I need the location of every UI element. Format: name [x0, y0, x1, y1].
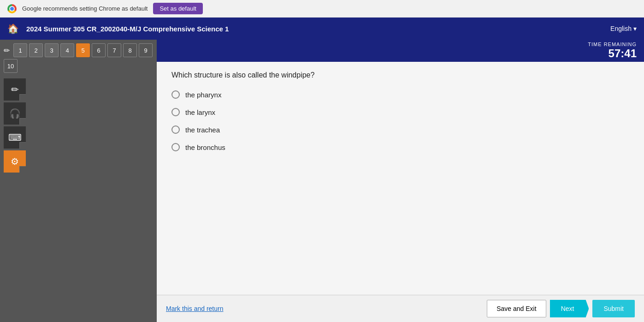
headphones-icon: 🎧 [9, 108, 21, 119]
radio-c[interactable] [171, 125, 180, 134]
timer-area: TIME REMAINING 57:41 [157, 40, 644, 62]
chrome-logo-icon [7, 4, 17, 13]
question-text: Which structure is also called the windp… [171, 71, 629, 79]
answer-option-a[interactable]: the pharynx [171, 90, 629, 99]
set-as-default-button[interactable]: Set as default [153, 3, 203, 14]
chrome-bar: Google recommends setting Chrome as defa… [0, 0, 644, 18]
submit-button[interactable]: Submit [592, 300, 635, 317]
nav-bar: 🏠 2024 Summer 305 CR_2002040-M/J Compreh… [0, 18, 644, 40]
question-content: Which structure is also called the windp… [157, 62, 644, 295]
radio-d[interactable] [171, 143, 180, 151]
question-number-2[interactable]: 2 [29, 43, 43, 57]
audio-tool[interactable]: 🎧 [4, 102, 26, 125]
question-number-5[interactable]: 5 [76, 43, 90, 57]
answer-label-b: the larynx [185, 108, 215, 116]
question-number-6[interactable]: 6 [92, 43, 106, 57]
answer-option-c[interactable]: the trachea [171, 125, 629, 134]
language-label: English [610, 25, 632, 32]
tool-badge [19, 118, 26, 125]
settings-tool[interactable]: ⚙ [4, 150, 26, 173]
main-area: ✏ 1 2 3 4 5 6 7 8 9 10 ✏ 🎧 ⌨ [0, 40, 644, 322]
footer-bar: Mark this and return Save and Exit Next … [157, 295, 644, 322]
save-exit-button[interactable]: Save and Exit [487, 300, 546, 317]
answer-option-b[interactable]: the larynx [171, 108, 629, 116]
question-number-3[interactable]: 3 [45, 43, 59, 57]
home-icon[interactable]: 🏠 [7, 23, 19, 34]
question-numbers-section: ✏ 1 2 3 4 5 6 7 8 9 10 [0, 40, 157, 77]
answer-label-c: the trachea [185, 126, 220, 134]
right-content: TIME REMAINING 57:41 Which structure is … [157, 40, 644, 322]
chrome-text: Google recommends setting Chrome as defa… [22, 5, 148, 12]
question-number-7[interactable]: 7 [107, 43, 121, 57]
radio-a[interactable] [171, 90, 180, 99]
tool-badge [19, 142, 26, 149]
answer-label-a: the pharynx [185, 91, 221, 99]
pencil-tool-icon: ✏ [11, 84, 19, 95]
language-selector[interactable]: English ▾ [610, 25, 637, 32]
tools-section: ✏ 🎧 ⌨ ⚙ [0, 77, 157, 175]
left-panel: ✏ 1 2 3 4 5 6 7 8 9 10 ✏ 🎧 ⌨ [0, 40, 157, 322]
question-number-1[interactable]: 1 [13, 43, 27, 57]
answer-label-d: the bronchus [185, 143, 225, 151]
next-button[interactable]: Next [550, 300, 589, 317]
question-number-8[interactable]: 8 [123, 43, 137, 57]
question-number-10[interactable]: 10 [4, 59, 18, 73]
pencil-tool[interactable]: ✏ [4, 78, 26, 101]
pencil-icon: ✏ [4, 46, 10, 55]
calculator-tool[interactable]: ⌨ [4, 126, 26, 149]
tool-badge [19, 94, 26, 101]
chevron-down-icon: ▾ [633, 25, 637, 32]
answer-option-d[interactable]: the bronchus [171, 143, 629, 151]
settings-icon: ⚙ [11, 156, 19, 167]
mark-return-link[interactable]: Mark this and return [166, 305, 481, 312]
calculator-icon: ⌨ [8, 132, 22, 143]
timer-value: 57:41 [164, 47, 637, 60]
timer-label: TIME REMAINING [164, 42, 637, 47]
radio-b[interactable] [171, 108, 180, 116]
question-number-9[interactable]: 9 [139, 43, 153, 57]
nav-title: 2024 Summer 305 CR_2002040-M/J Comprehen… [26, 25, 229, 33]
question-number-4[interactable]: 4 [60, 43, 74, 57]
bottom-buttons: Save and Exit Next Submit [487, 300, 635, 317]
tool-badge [19, 166, 26, 173]
